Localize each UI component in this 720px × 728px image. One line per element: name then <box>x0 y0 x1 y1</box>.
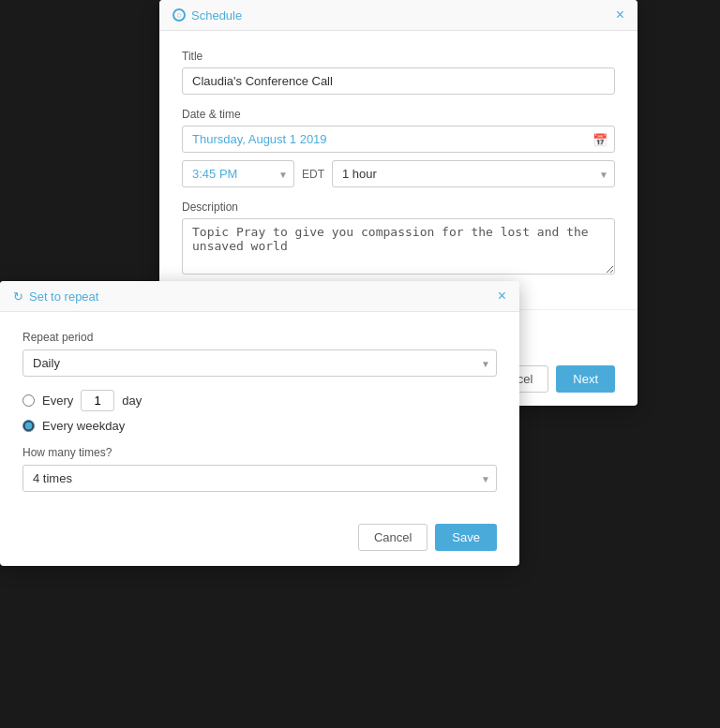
how-many-label: How many times? <box>22 446 497 459</box>
every-n-days-option: Every day <box>22 390 497 411</box>
duration-select[interactable]: 1 hour 30 minutes 1.5 hours 2 hours <box>332 160 615 187</box>
schedule-modal-header: ○ Schedule × <box>159 0 638 31</box>
repeat-period-label: Repeat period <box>22 331 497 344</box>
title-label: Title <box>182 50 615 63</box>
every-weekday-option: Every weekday <box>22 419 497 433</box>
datetime-label: Date & time <box>182 108 615 121</box>
repeat-modal-header: ↻ Set to repeat × <box>0 281 519 312</box>
every-weekday-label: Every weekday <box>42 419 125 433</box>
timezone-label: EDT <box>302 168 324 181</box>
schedule-next-button[interactable]: Next <box>556 365 615 393</box>
repeat-period-select-wrap: Daily Weekly Monthly Yearly ▼ <box>22 349 497 377</box>
repeat-save-button[interactable]: Save <box>435 524 497 551</box>
calendar-icon: 📅 <box>592 132 608 146</box>
repeat-modal-title: ↻ Set to repeat <box>13 290 98 304</box>
every-weekday-radio[interactable] <box>22 420 35 432</box>
title-input[interactable] <box>182 67 615 95</box>
date-row: 📅 <box>182 126 615 153</box>
time-select-wrap: 3:45 PM 4:00 PM 4:15 PM ▼ <box>182 160 294 187</box>
repeat-close-button[interactable]: × <box>498 289 506 304</box>
time-select[interactable]: 3:45 PM 4:00 PM 4:15 PM <box>182 160 294 187</box>
schedule-modal-body: Title Date & time 📅 3:45 PM 4:00 PM 4:15… <box>159 31 638 309</box>
every-n-input[interactable] <box>81 390 114 411</box>
date-input[interactable] <box>182 126 615 153</box>
schedule-icon: ○ <box>172 8 186 22</box>
repeat-modal: ↻ Set to repeat × Repeat period Daily We… <box>0 281 519 566</box>
repeat-title-text: Set to repeat <box>29 290 98 304</box>
every-n-radio[interactable] <box>22 394 35 407</box>
how-many-select[interactable]: 1 time 2 times 3 times 4 times 5 times I… <box>22 465 497 492</box>
repeat-period-select[interactable]: Daily Weekly Monthly Yearly <box>22 349 497 377</box>
every-n-unit: day <box>122 394 142 408</box>
date-input-wrap: 📅 <box>182 126 615 153</box>
datetime-group: Date & time 📅 3:45 PM 4:00 PM 4:15 PM ▼ … <box>182 108 615 187</box>
time-row: 3:45 PM 4:00 PM 4:15 PM ▼ EDT 1 hour 30 … <box>182 160 615 187</box>
repeat-modal-body: Repeat period Daily Weekly Monthly Yearl… <box>0 312 519 511</box>
repeat-icon: ↻ <box>13 290 23 304</box>
schedule-modal-title: ○ Schedule <box>172 8 242 22</box>
how-many-select-wrap: 1 time 2 times 3 times 4 times 5 times I… <box>22 465 497 492</box>
title-group: Title <box>182 50 615 95</box>
description-group: Description Topic Pray to give you compa… <box>182 201 615 277</box>
description-input[interactable]: Topic Pray to give you compassion for th… <box>182 218 615 275</box>
repeat-cancel-button[interactable]: Cancel <box>358 524 428 551</box>
schedule-title-text: Schedule <box>191 8 242 22</box>
radio-group: Every day Every weekday <box>22 390 497 433</box>
duration-select-wrap: 1 hour 30 minutes 1.5 hours 2 hours ▼ <box>332 160 615 187</box>
every-n-label: Every <box>42 394 73 408</box>
repeat-modal-footer: Cancel Save <box>0 511 519 566</box>
schedule-close-button[interactable]: × <box>616 7 624 22</box>
description-label: Description <box>182 201 615 214</box>
